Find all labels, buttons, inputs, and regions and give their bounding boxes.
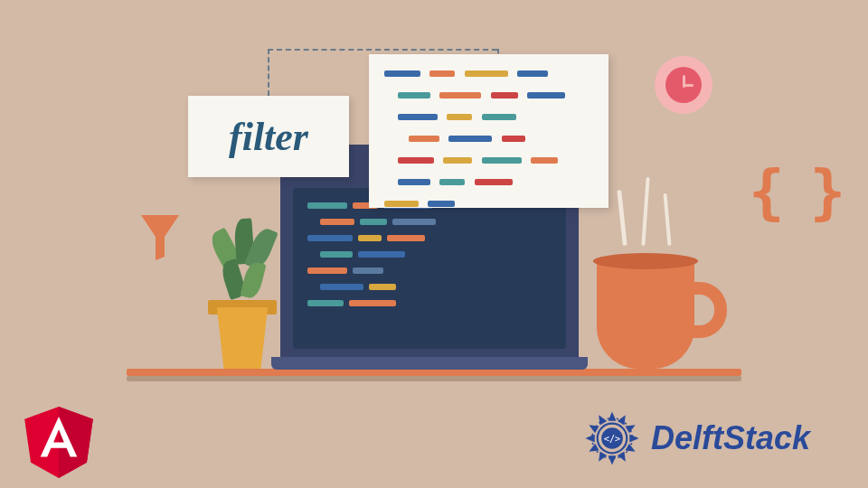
steam-icon xyxy=(617,190,627,246)
brand-text: DelftStack xyxy=(651,419,810,457)
desk-surface xyxy=(127,369,741,376)
desk-shadow xyxy=(127,376,741,381)
code-snippet-card xyxy=(369,54,609,208)
filter-label-card: filter xyxy=(188,96,349,177)
delft-mandala-icon: </> xyxy=(579,405,646,472)
angular-logo-icon xyxy=(20,398,98,484)
svg-text:</>: </> xyxy=(604,433,621,444)
steam-icon xyxy=(641,177,649,246)
connector-line xyxy=(268,49,269,96)
clock-icon xyxy=(655,56,712,114)
steam-icon xyxy=(663,193,671,246)
connector-line xyxy=(268,49,497,51)
laptop-base xyxy=(271,357,588,370)
coffee-mug-icon xyxy=(597,258,694,369)
funnel-icon xyxy=(139,213,181,266)
braces-icon: { } xyxy=(749,157,840,227)
filter-label: filter xyxy=(229,114,308,160)
delftstack-logo: </> DelftStack xyxy=(579,405,810,472)
